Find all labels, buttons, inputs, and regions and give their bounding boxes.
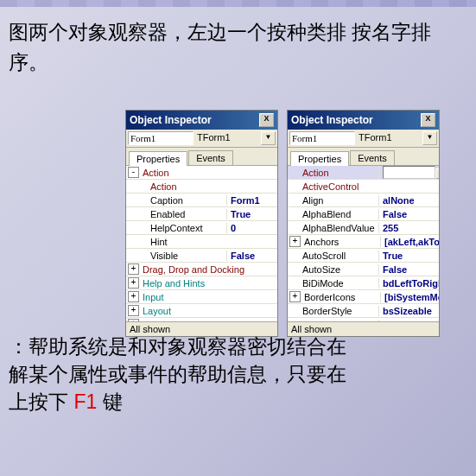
property-row[interactable]: +Legacy (126, 318, 277, 321)
collapse-icon[interactable]: - (128, 167, 139, 178)
close-icon[interactable]: X (259, 113, 274, 127)
property-value[interactable]: alNone (378, 195, 439, 206)
value-input[interactable] (383, 166, 435, 179)
property-name: Help and Hints (141, 278, 277, 289)
property-name: BiDiMode (301, 278, 378, 289)
property-value[interactable]: ▼ (378, 166, 439, 179)
property-name: AlphaBlendValue (301, 223, 378, 233)
property-row[interactable]: CaptionForm1 (126, 194, 277, 207)
property-row[interactable]: AlphaBlendValue255 (288, 221, 439, 235)
object-type-label: TForm1 (194, 131, 261, 145)
property-name: Caption (149, 195, 226, 206)
property-row[interactable]: +Help and Hints (126, 276, 277, 290)
property-value[interactable]: Form1 (226, 195, 277, 206)
property-name: Action (301, 168, 378, 178)
chevron-down-icon[interactable]: ▼ (422, 131, 437, 145)
property-name: Layout (141, 306, 277, 316)
property-value[interactable]: [biSystemMenu (380, 292, 439, 302)
property-row[interactable]: BiDiModebdLeftToRight (288, 276, 439, 290)
property-row[interactable]: +Layout (126, 304, 277, 318)
object-name-input[interactable] (128, 131, 194, 145)
object-selector[interactable]: TForm1 ▼ (288, 130, 439, 148)
f1-key-text: F1 (73, 390, 97, 413)
property-name: Legacy (141, 320, 277, 322)
object-name-input[interactable] (289, 131, 355, 145)
property-row[interactable]: Action (126, 180, 277, 194)
expand-icon[interactable]: + (128, 319, 139, 321)
property-row[interactable]: ActiveControl (288, 180, 439, 194)
expand-icon[interactable]: + (128, 291, 139, 302)
window-title: Object Inspector (291, 114, 373, 126)
tab-bar: Properties Events (126, 148, 277, 166)
property-value[interactable]: False (378, 264, 439, 275)
object-selector[interactable]: TForm1 ▼ (126, 130, 277, 148)
property-value[interactable]: True (378, 251, 439, 261)
property-name: AutoScroll (301, 251, 378, 261)
property-row[interactable]: EnabledTrue (126, 207, 277, 221)
expand-icon[interactable]: + (289, 236, 301, 247)
property-row[interactable]: +Input (126, 290, 277, 304)
property-name: Enabled (149, 209, 226, 219)
property-name: BorderWidth (301, 320, 378, 322)
property-value[interactable]: 0 (226, 223, 277, 233)
property-grid-right[interactable]: Action▼ActiveControlAlignalNoneAlphaBlen… (288, 166, 439, 321)
tab-properties[interactable]: Properties (290, 151, 349, 166)
property-value[interactable]: 255 (378, 223, 439, 233)
property-row[interactable]: VisibleFalse (126, 249, 277, 263)
property-name: Input (141, 292, 277, 302)
chevron-down-icon[interactable]: ▼ (435, 168, 439, 179)
property-name: Align (301, 195, 378, 206)
property-value[interactable]: True (226, 209, 277, 219)
description-text-bottom: ：帮助系统是和对象观察器密切结合在 解某个属性或事件的帮助信息，只要在 上按下 … (9, 333, 467, 416)
property-name: Action (141, 168, 219, 178)
property-name: HelpContext (149, 223, 226, 233)
chevron-down-icon[interactable]: ▼ (261, 131, 276, 145)
expand-icon[interactable]: + (289, 291, 301, 302)
object-inspector-right: Object Inspector X TForm1 ▼ Properties E… (287, 110, 440, 337)
property-name: Action (149, 181, 226, 192)
property-row[interactable]: +Anchors[akLeft,akTop] (288, 235, 439, 249)
description-text-top: 图两个对象观察器，左边一个按种类排 按名字排序。 (9, 17, 467, 77)
property-row[interactable]: BorderStylebsSizeable (288, 304, 439, 318)
property-name: AutoSize (301, 264, 378, 275)
property-row[interactable]: AlphaBlendFalse (288, 207, 439, 221)
property-value[interactable]: False (378, 209, 439, 219)
expand-icon[interactable]: + (128, 263, 139, 275)
property-row[interactable]: Hint (126, 235, 277, 249)
property-value[interactable]: bsSizeable (378, 306, 439, 316)
property-row[interactable]: +Drag, Drop and Docking (126, 263, 277, 276)
object-type-label: TForm1 (355, 131, 422, 145)
tab-properties[interactable]: Properties (129, 151, 187, 166)
property-name: ActiveControl (301, 181, 378, 192)
property-grid-left[interactable]: -ActionActionCaptionForm1EnabledTrueHelp… (126, 166, 277, 321)
property-name: Anchors (302, 237, 380, 247)
property-name: AlphaBlend (301, 209, 378, 219)
property-name: Hint (149, 237, 226, 247)
property-row[interactable]: -Action (126, 166, 277, 180)
object-inspector-left: Object Inspector X TForm1 ▼ Properties E… (125, 110, 278, 337)
titlebar[interactable]: Object Inspector X (288, 111, 439, 130)
property-row[interactable]: Action▼ (288, 166, 439, 180)
window-title: Object Inspector (130, 114, 212, 126)
property-row[interactable]: AlignalNone (288, 194, 439, 207)
property-row[interactable]: HelpContext0 (126, 221, 277, 235)
property-value[interactable]: [akLeft,akTop] (380, 237, 439, 247)
property-value[interactable]: bdLeftToRight (378, 278, 439, 289)
tab-events[interactable]: Events (350, 150, 395, 165)
property-row[interactable]: BorderWidth0 (288, 318, 439, 321)
property-name: Visible (149, 251, 226, 261)
property-value[interactable]: False (226, 251, 277, 261)
property-name: BorderStyle (301, 306, 378, 316)
tab-bar: Properties Events (288, 148, 439, 166)
property-name: Drag, Drop and Docking (141, 264, 277, 275)
property-row[interactable]: AutoSizeFalse (288, 263, 439, 276)
property-row[interactable]: AutoScrollTrue (288, 249, 439, 263)
titlebar[interactable]: Object Inspector X (126, 111, 277, 130)
property-row[interactable]: +BorderIcons[biSystemMenu (288, 290, 439, 304)
property-name: BorderIcons (302, 292, 380, 302)
close-icon[interactable]: X (421, 113, 435, 127)
tab-events[interactable]: Events (188, 150, 233, 165)
property-value[interactable]: 0 (378, 320, 439, 322)
expand-icon[interactable]: + (128, 305, 139, 316)
expand-icon[interactable]: + (128, 277, 139, 289)
